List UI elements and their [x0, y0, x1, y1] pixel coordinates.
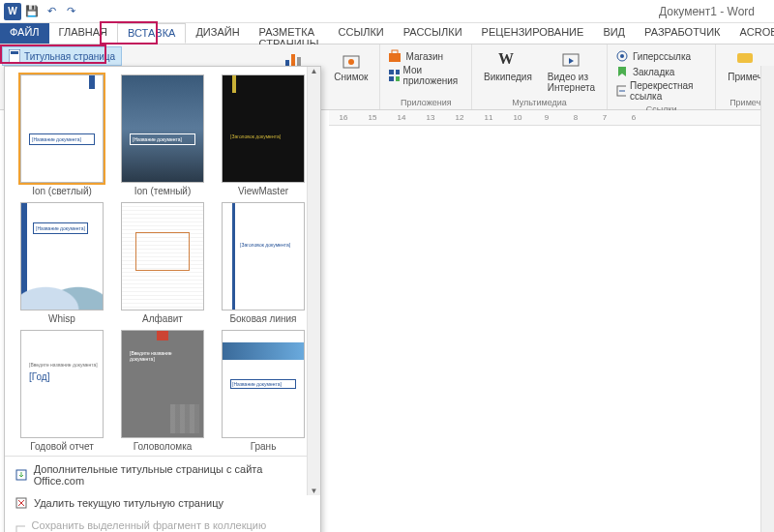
ribbon-group-media: W Википедия Видео из Интернета Мультимед…	[472, 44, 608, 109]
thumb-preview-text: [Введите название документа]	[29, 362, 98, 368]
gallery-footer: Дополнительные титульные страницы с сайт…	[5, 456, 320, 532]
online-video-button[interactable]: Видео из Интернета	[544, 48, 599, 95]
tab-design[interactable]: ДИЗАЙН	[186, 23, 249, 44]
gallery-item-sideline[interactable]: [Заголовок документа] Боковая линия	[216, 202, 311, 324]
gallery-more-label: Дополнительные титульные страницы с сайт…	[34, 463, 311, 487]
svg-rect-9	[389, 70, 394, 74]
comment-label: Примеч	[728, 72, 762, 82]
wikipedia-label: Википедия	[484, 72, 532, 82]
store-button[interactable]: Магазин	[388, 48, 463, 64]
svg-rect-22	[16, 526, 25, 532]
video-icon	[561, 50, 580, 70]
ruler-mark: 16	[329, 113, 358, 122]
thumb-label: Ion (темный)	[134, 186, 192, 196]
bookmark-label: Закладка	[633, 67, 674, 77]
word-app-icon: W	[4, 3, 21, 20]
thumb-label: Грань	[251, 441, 277, 452]
thumb-label: Алфавит	[142, 313, 183, 324]
tab-insert[interactable]: ВСТАВКА	[117, 23, 186, 44]
tab-layout[interactable]: РАЗМЕТКА СТРАНИЦЫ	[250, 23, 329, 44]
gallery-item-whisp[interactable]: [Название документа] Whisp	[15, 202, 109, 324]
bookmark-button[interactable]: Закладка	[615, 64, 707, 79]
cover-page-button[interactable]: Титульная страница	[2, 46, 122, 66]
camera-icon	[342, 50, 361, 70]
tab-view[interactable]: ВИД	[593, 23, 635, 44]
screenshot-label: Снимок	[334, 72, 368, 82]
svg-marker-14	[569, 58, 574, 64]
myapps-label: Мои приложения	[403, 65, 464, 86]
myapps-button[interactable]: Мои приложения	[388, 64, 463, 87]
gallery-remove-cover[interactable]: Удалить текущую титульную страницу	[5, 491, 320, 515]
tab-mailings[interactable]: РАССЫЛКИ	[394, 23, 472, 44]
gallery-item-puzzle[interactable]: [Введите название документа] Головоломка	[115, 330, 210, 452]
delete-icon	[15, 496, 28, 510]
svg-rect-1	[11, 51, 18, 54]
screenshot-button[interactable]: Снимок	[330, 48, 372, 84]
thumb-preview-year: [Год]	[29, 371, 49, 382]
ruler-mark: 6	[619, 113, 648, 122]
page-icon	[9, 49, 20, 63]
wikipedia-button[interactable]: W Википедия	[480, 48, 536, 84]
bookmark-icon	[615, 65, 629, 78]
svg-rect-19	[737, 53, 753, 63]
store-label: Магазин	[405, 51, 443, 62]
thumb-preview-text: [Название документа]	[130, 133, 195, 145]
title-bar: W 💾 ↶ ↷ Документ1 - Word	[0, 0, 774, 23]
tab-acrobat[interactable]: ACROBAT	[730, 23, 775, 44]
tab-home[interactable]: ГЛАВНАЯ	[49, 23, 117, 44]
ribbon-tabs: ФАЙЛ ГЛАВНАЯ ВСТАВКА ДИЗАЙН РАЗМЕТКА СТР…	[0, 23, 774, 44]
crossref-button[interactable]: Перекрестная ссылка	[615, 79, 707, 103]
ribbon-group-links: Гиперссылка Закладка Перекрестная ссылка…	[608, 44, 716, 109]
gallery-more-office[interactable]: Дополнительные титульные страницы с сайт…	[5, 458, 320, 491]
cover-page-label: Титульная страница	[24, 51, 115, 62]
save-selection-icon	[15, 524, 25, 532]
quick-access-toolbar: W 💾 ↶ ↷	[0, 3, 83, 20]
svg-rect-11	[389, 76, 394, 81]
ruler-mark: 13	[416, 113, 445, 122]
ruler-mark: 7	[590, 113, 619, 122]
ruler-mark: 12	[445, 113, 474, 122]
svg-point-6	[348, 59, 354, 65]
link-icon	[615, 49, 629, 63]
save-icon[interactable]: 💾	[23, 3, 41, 20]
gallery-item-ion-light[interactable]: [Название документа] Ion (светлый)	[15, 74, 109, 196]
thumb-label: Whisp	[48, 313, 75, 324]
gallery-item-alphabet[interactable]: Алфавит	[115, 202, 210, 324]
thumb-label: ViewMaster	[238, 186, 288, 196]
tab-file[interactable]: ФАЙЛ	[0, 23, 49, 44]
cover-page-gallery: ▲▼ [Название документа] Ion (светлый) [Н…	[4, 66, 321, 532]
ruler-mark: 14	[387, 113, 416, 122]
gallery-item-viewmaster[interactable]: [Заголовок документа] ViewMaster	[216, 74, 311, 196]
crossref-icon	[615, 84, 626, 98]
group-label-media: Мультимедиа	[480, 98, 599, 107]
ruler-mark: 15	[358, 113, 387, 122]
undo-icon[interactable]: ↶	[43, 3, 60, 20]
scroll-up-icon[interactable]: ▲	[311, 67, 318, 75]
document-title: Документ1 - Word	[83, 5, 774, 18]
tab-review[interactable]: РЕЦЕНЗИРОВАНИЕ	[472, 23, 594, 44]
thumb-label: Боковая линия	[229, 313, 296, 324]
ribbon-group-apps: Магазин Мои приложения Приложения	[380, 44, 472, 109]
redo-icon[interactable]: ↷	[62, 3, 79, 20]
video-label: Видео из Интернета	[548, 72, 595, 93]
gallery-item-annual-report[interactable]: [Введите название документа][Год] Годово…	[15, 330, 109, 452]
horizontal-ruler: 16 15 14 13 12 11 10 9 8 7 6	[329, 110, 774, 126]
thumb-preview-text: [Заголовок документа]	[240, 242, 290, 248]
thumb-preview-text: [Заголовок документа]	[230, 133, 281, 139]
tab-developer[interactable]: РАЗРАБОТЧИК	[635, 23, 729, 44]
vertical-scrollbar[interactable]	[760, 66, 774, 532]
thumb-label: Ion (светлый)	[32, 186, 92, 196]
tab-references[interactable]: ССЫЛКИ	[329, 23, 394, 44]
svg-point-16	[620, 54, 624, 58]
gallery-scrollbar[interactable]: ▲▼	[307, 67, 320, 495]
scroll-down-icon[interactable]: ▼	[311, 487, 318, 495]
thumb-preview-text: [Название документа]	[33, 222, 88, 234]
gallery-item-ion-dark[interactable]: [Название документа] Ion (темный)	[115, 74, 210, 196]
ruler-mark: 9	[532, 113, 561, 122]
ruler-mark: 8	[561, 113, 590, 122]
thumb-preview-text: [Название документа]	[29, 133, 95, 145]
ruler-mark: 11	[474, 113, 503, 122]
svg-marker-17	[618, 67, 626, 76]
gallery-item-facet[interactable]: [Название документа] Грань	[216, 330, 311, 452]
hyperlink-button[interactable]: Гиперссылка	[615, 48, 707, 64]
